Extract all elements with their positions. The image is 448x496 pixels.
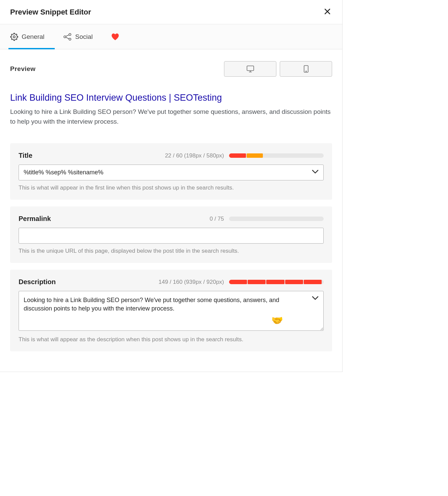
heart-icon <box>111 33 119 41</box>
description-counter: 149 / 160 (939px / 920px) <box>158 279 224 286</box>
desktop-icon <box>246 65 254 73</box>
progress-segment <box>229 280 247 284</box>
title-field-card: Title 22 / 60 (198px / 580px) This is wh… <box>10 143 332 200</box>
permalink-input-wrap <box>19 228 324 244</box>
progress-segment <box>248 280 266 284</box>
share-icon <box>63 33 72 41</box>
snippet-editor-modal: Preview Snippet Editor General Social <box>0 0 343 372</box>
svg-point-0 <box>13 36 15 38</box>
modal-header: Preview Snippet Editor <box>0 0 342 24</box>
device-toggle <box>224 61 332 77</box>
svg-line-5 <box>66 37 69 39</box>
description-field-card: Description 149 / 160 (939px / 920px) 🤝 <box>10 270 332 351</box>
progress-segment <box>304 280 322 284</box>
desktop-view-button[interactable] <box>224 61 276 77</box>
svg-line-4 <box>66 35 69 36</box>
permalink-field-card: Permalink 0 / 75 This is the unique URL … <box>10 206 332 263</box>
permalink-help: This is the unique URL of this page, dis… <box>19 248 324 254</box>
tab-favorite[interactable] <box>111 24 123 49</box>
gear-icon <box>10 33 18 41</box>
description-progress <box>229 280 324 284</box>
close-button[interactable] <box>323 7 332 17</box>
permalink-counter: 0 / 75 <box>209 216 224 222</box>
title-progress <box>229 153 324 158</box>
snippet-description: Looking to hire a Link Building SEO pers… <box>10 107 332 126</box>
permalink-input[interactable] <box>19 228 324 244</box>
description-label: Description <box>19 278 56 286</box>
progress-segment <box>266 280 284 284</box>
progress-segment <box>247 153 263 158</box>
description-field-header: Description 149 / 160 (939px / 920px) <box>19 278 324 286</box>
modal-title: Preview Snippet Editor <box>10 8 91 17</box>
title-help: This is what will appear in the first li… <box>19 184 324 191</box>
snippet-title: Link Building SEO Interview Questions | … <box>10 92 332 104</box>
modal-content: Preview Link Building SE <box>0 49 342 372</box>
tabs-bar: General Social <box>0 24 342 49</box>
preview-label: Preview <box>10 65 35 73</box>
description-input[interactable] <box>19 291 324 331</box>
svg-point-1 <box>64 36 66 38</box>
snippet-preview: Link Building SEO Interview Questions | … <box>10 92 332 126</box>
tab-general-label: General <box>22 33 45 41</box>
title-input[interactable] <box>19 165 324 180</box>
title-counter: 22 / 60 (198px / 580px) <box>165 152 224 159</box>
svg-point-10 <box>306 71 306 72</box>
progress-segment <box>229 153 246 158</box>
title-label: Title <box>19 152 32 159</box>
progress-segment <box>285 280 303 284</box>
svg-point-2 <box>69 33 71 35</box>
tab-social-label: Social <box>75 33 93 41</box>
description-input-wrap: 🤝 <box>19 291 324 332</box>
preview-header: Preview <box>10 61 332 77</box>
permalink-label: Permalink <box>19 215 51 223</box>
permalink-progress <box>229 217 324 221</box>
tab-general[interactable]: General <box>10 24 48 49</box>
title-field-header: Title 22 / 60 (198px / 580px) <box>19 152 324 159</box>
permalink-field-header: Permalink 0 / 75 <box>19 215 324 223</box>
mobile-view-button[interactable] <box>280 61 332 77</box>
mobile-icon <box>304 65 308 73</box>
svg-point-3 <box>69 38 71 40</box>
tab-social[interactable]: Social <box>63 24 96 49</box>
title-input-wrap <box>19 165 324 180</box>
svg-rect-6 <box>247 66 254 71</box>
description-help: This is what will appear as the descript… <box>19 336 324 343</box>
close-icon <box>324 8 331 15</box>
